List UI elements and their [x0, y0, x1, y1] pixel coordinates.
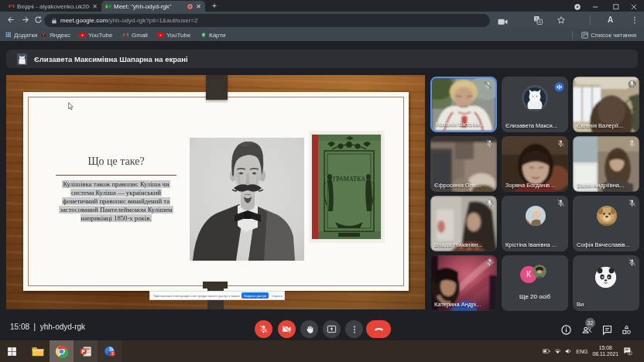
svg-text:1: 1	[629, 352, 631, 355]
svg-text:3: 3	[111, 351, 113, 356]
svg-text:A: A	[539, 20, 541, 24]
svg-text:P: P	[81, 348, 84, 353]
